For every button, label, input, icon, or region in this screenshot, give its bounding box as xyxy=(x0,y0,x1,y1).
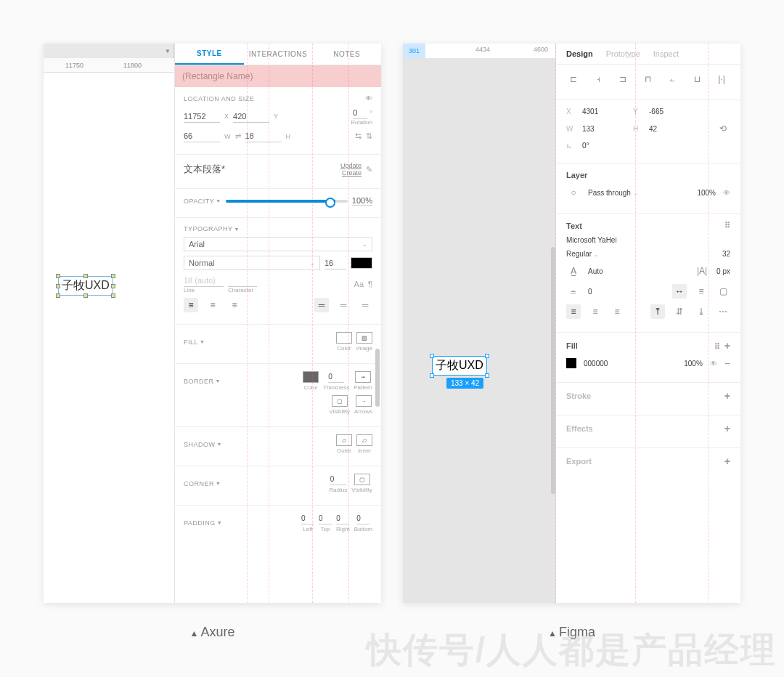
text-align-center-icon[interactable]: ≡ xyxy=(588,304,603,319)
rotation-input[interactable]: 0° xyxy=(582,142,589,150)
remove-fill-icon[interactable] xyxy=(724,357,730,369)
element-name-input[interactable]: (Rectangle Name) xyxy=(175,65,381,87)
flip-v-icon[interactable]: ⇅ xyxy=(366,131,372,141)
shadow-outer-icon[interactable]: ▱ xyxy=(336,434,352,446)
scrollbar[interactable] xyxy=(375,349,380,407)
border-thickness-input[interactable] xyxy=(328,371,344,383)
add-stroke-icon[interactable] xyxy=(724,390,730,402)
tab-notes[interactable]: NOTES xyxy=(312,44,381,65)
text-align-left-icon[interactable]: ≡ xyxy=(566,304,581,319)
border-visibility-icon[interactable]: ▢ xyxy=(332,395,348,407)
font-family-select[interactable]: Arial⌄ xyxy=(184,237,372,251)
valign-top-icon[interactable]: ═ xyxy=(314,298,329,312)
font-weight-select[interactable]: Regular ⌄ xyxy=(566,250,715,258)
add-effect-icon[interactable] xyxy=(724,423,730,434)
axure-canvas[interactable]: ▼ 11750 11800 子牧UXD xyxy=(44,44,174,603)
blend-icon[interactable]: ○ xyxy=(566,185,581,200)
edit-icon[interactable]: ✎ xyxy=(366,165,372,174)
fill-hex-input[interactable]: 000000 xyxy=(584,360,677,368)
y-input[interactable] xyxy=(233,110,269,123)
border-arrows-icon[interactable]: → xyxy=(356,395,372,407)
align-left-icon[interactable]: ≡ xyxy=(184,298,198,312)
font-color-swatch[interactable] xyxy=(351,257,372,269)
auto-width-icon[interactable]: ↔ xyxy=(672,284,687,299)
tab-inspect[interactable]: Inspect xyxy=(653,49,679,58)
tab-style[interactable]: STYLE xyxy=(175,44,244,65)
fill-image-icon[interactable]: ▨ xyxy=(356,332,372,344)
border-pattern-icon[interactable]: ┅ xyxy=(355,371,371,383)
width-input[interactable]: 133 xyxy=(582,125,626,133)
layer-opacity-input[interactable]: 100% xyxy=(697,189,716,197)
visibility-icon[interactable] xyxy=(365,94,373,102)
text-options-icon[interactable]: ¶ xyxy=(368,280,372,288)
fill-visibility-icon[interactable] xyxy=(710,360,717,368)
letter-spacing-input[interactable]: 0 px xyxy=(716,267,730,275)
style-picker-icon[interactable] xyxy=(724,221,730,230)
constrain-icon[interactable]: ⟲ xyxy=(716,121,730,136)
x-input[interactable]: 4301 xyxy=(582,108,626,115)
update-link[interactable]: Update xyxy=(340,162,362,169)
font-weight-select[interactable]: Normal⌄ xyxy=(184,256,320,270)
rotation-input[interactable] xyxy=(353,107,367,119)
tab-interactions[interactable]: INTERACTIONS xyxy=(244,44,313,65)
tab-design[interactable]: Design xyxy=(566,49,593,58)
text-align-right-icon[interactable]: ≡ xyxy=(610,304,624,319)
padding-right-input[interactable] xyxy=(336,513,349,524)
figma-canvas[interactable]: 301 4434 4600 子牧UXD 133 × 42 xyxy=(403,44,555,603)
align-vcenter-icon[interactable]: ⫠ xyxy=(665,72,679,86)
blend-mode-select[interactable]: Pass through ⌄ xyxy=(588,189,690,197)
font-size-input[interactable] xyxy=(324,257,346,269)
opacity-slider[interactable] xyxy=(226,200,348,203)
corner-visibility-icon[interactable]: ▢ xyxy=(354,474,370,485)
scrollbar[interactable] xyxy=(551,247,555,494)
align-right-icon[interactable]: ≡ xyxy=(227,298,242,312)
font-size-input[interactable]: 32 xyxy=(722,250,730,258)
style-name[interactable]: 文本段落* xyxy=(184,163,336,176)
fill-opacity-input[interactable]: 100% xyxy=(684,360,703,368)
corner-radius-input[interactable] xyxy=(330,474,346,485)
more-options-icon[interactable]: ⋯ xyxy=(716,304,730,319)
add-export-icon[interactable] xyxy=(724,455,730,467)
align-left-icon[interactable]: ⊏ xyxy=(566,72,581,86)
text-valign-top-icon[interactable]: ⤒ xyxy=(650,304,665,319)
font-family-select[interactable]: Microsoft YaHei xyxy=(566,236,617,244)
padding-bottom-input[interactable] xyxy=(356,513,369,524)
valign-bottom-icon[interactable]: ═ xyxy=(358,298,372,312)
char-spacing-input[interactable] xyxy=(228,275,257,287)
fill-color-swatch[interactable] xyxy=(336,332,352,344)
align-top-icon[interactable]: ⊓ xyxy=(640,72,655,86)
visibility-icon[interactable] xyxy=(723,189,730,197)
ruler-selection: 301 xyxy=(403,44,425,58)
fill-color-swatch[interactable] xyxy=(566,358,576,368)
opacity-value[interactable]: 100% xyxy=(352,196,372,206)
x-input[interactable] xyxy=(184,110,220,123)
align-hcenter-icon[interactable]: ⫞ xyxy=(591,72,605,86)
lock-icon[interactable]: ⇌ xyxy=(235,132,241,140)
flip-h-icon[interactable]: ⇆ xyxy=(355,131,362,141)
width-input[interactable] xyxy=(184,130,220,142)
height-input[interactable]: 42 xyxy=(649,125,709,133)
paragraph-spacing-input[interactable]: 0 xyxy=(588,288,665,296)
fixed-size-icon[interactable]: ▢ xyxy=(716,284,730,299)
align-center-icon[interactable]: ≡ xyxy=(205,298,220,312)
text-valign-middle-icon[interactable]: ⇵ xyxy=(672,304,687,319)
text-case-icon[interactable]: Aa xyxy=(354,280,364,288)
align-right-icon[interactable]: ⊐ xyxy=(616,72,630,86)
distribute-icon[interactable]: |·| xyxy=(714,72,729,86)
line-height-input[interactable]: Auto xyxy=(588,267,687,275)
align-bottom-icon[interactable]: ⊔ xyxy=(690,72,704,86)
text-valign-bottom-icon[interactable]: ⤓ xyxy=(694,304,709,319)
border-color-swatch[interactable] xyxy=(303,371,319,383)
line-height-input[interactable] xyxy=(184,275,224,287)
style-picker-icon[interactable] xyxy=(714,342,720,351)
height-input[interactable] xyxy=(245,130,282,142)
padding-top-input[interactable] xyxy=(319,513,332,524)
create-link[interactable]: Create xyxy=(340,169,362,177)
y-input[interactable]: -665 xyxy=(649,108,663,115)
ruler-dropdown[interactable]: ▼ xyxy=(44,44,174,58)
add-fill-icon[interactable] xyxy=(724,342,730,351)
selected-element[interactable]: 子牧UXD xyxy=(432,356,487,376)
selected-element[interactable]: 子牧UXD xyxy=(58,276,113,296)
auto-height-icon[interactable]: ≡ xyxy=(694,284,709,299)
shadow-inner-icon[interactable]: ▱ xyxy=(356,434,372,446)
